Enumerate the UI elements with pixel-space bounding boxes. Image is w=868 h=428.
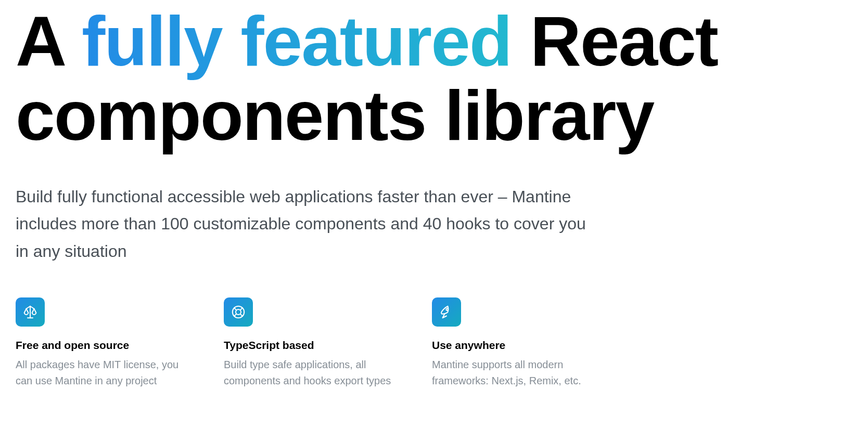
feature-free-open-source: Free and open source All packages have M… [16,297,193,389]
feature-typescript-based: TypeScript based Build type safe applica… [224,297,401,389]
hero-title-before: A [16,2,82,81]
feature-description: Build type safe applications, all compon… [224,357,401,389]
feature-title: Free and open source [16,339,193,352]
hero-title-highlight: fully featured [82,2,512,81]
svg-point-2 [446,308,448,310]
lifebuoy-icon [224,297,253,327]
feature-title: TypeScript based [224,339,401,352]
feature-description: All packages have MIT license, you can u… [16,357,193,389]
rocket-icon [432,297,461,327]
scale-icon [16,297,45,327]
feature-description: Mantine supports all modern frameworks: … [432,357,609,389]
hero-description: Build fully functional accessible web ap… [16,183,588,265]
feature-use-anywhere: Use anywhere Mantine supports all modern… [432,297,609,389]
hero-title: A fully featured React components librar… [16,4,852,153]
features-row: Free and open source All packages have M… [16,297,852,389]
feature-title: Use anywhere [432,339,609,352]
